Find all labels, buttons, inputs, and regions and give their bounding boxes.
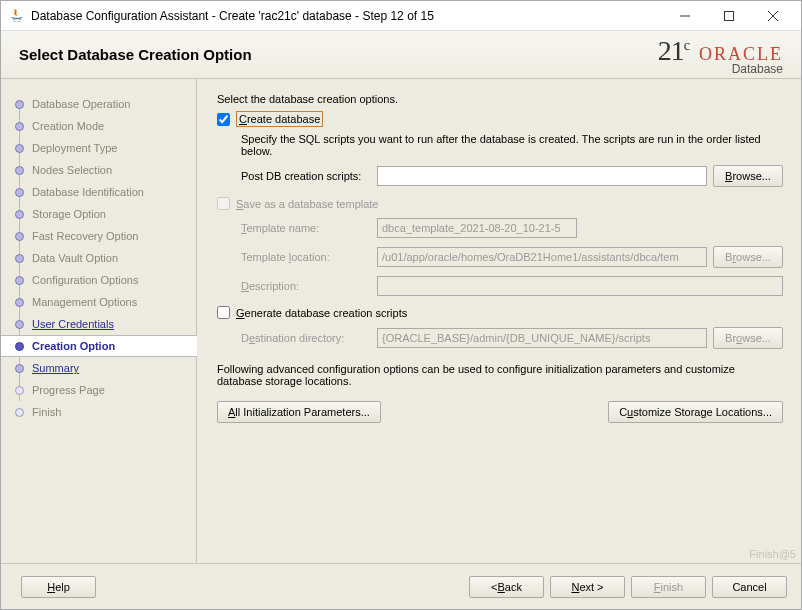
- generate-scripts-label: Generate database creation scripts: [236, 307, 407, 319]
- all-init-params-button[interactable]: All Initialization Parameters...: [217, 401, 381, 423]
- wizard-step-14: Finish: [1, 401, 196, 423]
- destination-directory-browse-button: Browse...: [713, 327, 783, 349]
- wizard-step-9: Management Options: [1, 291, 196, 313]
- wizard-footer: Help < Back Next > Finish Cancel: [1, 563, 801, 609]
- window-minimize-button[interactable]: [663, 2, 707, 30]
- wizard-step-3: Nodes Selection: [1, 159, 196, 181]
- wizard-step-node-icon: [15, 166, 24, 175]
- post-db-scripts-label: Post DB creation scripts:: [241, 170, 377, 182]
- wizard-step-node-icon: [15, 342, 24, 351]
- wizard-step-node-icon: [15, 408, 24, 417]
- create-database-label: Create database: [236, 111, 323, 127]
- section-intro: Select the database creation options.: [217, 93, 783, 105]
- wizard-step-6: Fast Recovery Option: [1, 225, 196, 247]
- window-titlebar: Database Configuration Assistant - Creat…: [1, 1, 801, 31]
- template-location-browse-button: Browse...: [713, 246, 783, 268]
- generate-scripts-checkbox[interactable]: [217, 306, 230, 319]
- help-button[interactable]: Help: [21, 576, 96, 598]
- wizard-step-label: Configuration Options: [32, 274, 138, 286]
- wizard-step-label: Database Identification: [32, 186, 144, 198]
- wizard-step-node-icon: [15, 298, 24, 307]
- window-title: Database Configuration Assistant - Creat…: [31, 9, 663, 23]
- wizard-step-node-icon: [15, 232, 24, 241]
- wizard-step-13: Progress Page: [1, 379, 196, 401]
- java-icon: [9, 8, 25, 24]
- wizard-step-node-icon: [15, 100, 24, 109]
- wizard-step-node-icon: [15, 122, 24, 131]
- finish-button: Finish: [631, 576, 706, 598]
- template-location-label: Template location:: [241, 251, 377, 263]
- post-db-scripts-browse-button[interactable]: Browse...: [713, 165, 783, 187]
- svg-rect-1: [725, 11, 734, 20]
- wizard-step-label: Storage Option: [32, 208, 106, 220]
- wizard-step-node-icon: [15, 386, 24, 395]
- template-description-label: Description:: [241, 280, 377, 292]
- destination-directory-input: [377, 328, 707, 348]
- wizard-step-label: Creation Mode: [32, 120, 104, 132]
- wizard-step-node-icon: [15, 144, 24, 153]
- wizard-step-label: Data Vault Option: [32, 252, 118, 264]
- generate-scripts-option[interactable]: Generate database creation scripts: [217, 306, 783, 319]
- template-name-input: [377, 218, 577, 238]
- wizard-step-10[interactable]: User Credentials: [1, 313, 196, 335]
- wizard-step-4: Database Identification: [1, 181, 196, 203]
- wizard-step-label: Management Options: [32, 296, 137, 308]
- wizard-step-1: Creation Mode: [1, 115, 196, 137]
- next-button[interactable]: Next >: [550, 576, 625, 598]
- post-db-scripts-input[interactable]: [377, 166, 707, 186]
- wizard-step-label: Database Operation: [32, 98, 130, 110]
- wizard-step-node-icon: [15, 276, 24, 285]
- wizard-step-12[interactable]: Summary: [1, 357, 196, 379]
- save-template-checkbox: [217, 197, 230, 210]
- wizard-step-node-icon: [15, 210, 24, 219]
- save-template-option: Save as a database template: [217, 197, 783, 210]
- wizard-step-node-icon: [15, 364, 24, 373]
- advanced-intro: Following advanced configuration options…: [217, 363, 783, 387]
- wizard-step-label: Finish: [32, 406, 61, 418]
- create-database-checkbox[interactable]: [217, 113, 230, 126]
- wizard-step-5: Storage Option: [1, 203, 196, 225]
- save-template-label: Save as a database template: [236, 198, 379, 210]
- wizard-step-node-icon: [15, 188, 24, 197]
- create-database-option[interactable]: Create database: [217, 111, 783, 127]
- wizard-step-label: Progress Page: [32, 384, 105, 396]
- create-database-desc: Specify the SQL scripts you want to run …: [241, 133, 783, 157]
- page-title: Select Database Creation Option: [19, 46, 658, 63]
- template-location-input: [377, 247, 707, 267]
- wizard-step-label: Deployment Type: [32, 142, 117, 154]
- main-content: Select the database creation options. Cr…: [197, 79, 801, 563]
- wizard-step-node-icon: [15, 254, 24, 263]
- template-description-input: [377, 276, 783, 296]
- customize-storage-button[interactable]: Customize Storage Locations...: [608, 401, 783, 423]
- wizard-step-2: Deployment Type: [1, 137, 196, 159]
- wizard-step-label: Creation Option: [32, 340, 115, 352]
- back-button[interactable]: < Back: [469, 576, 544, 598]
- wizard-steps-sidebar: Database OperationCreation ModeDeploymen…: [1, 79, 197, 563]
- wizard-step-node-icon: [15, 320, 24, 329]
- wizard-step-label: Summary: [32, 362, 79, 374]
- cancel-button[interactable]: Cancel: [712, 576, 787, 598]
- wizard-step-0: Database Operation: [1, 93, 196, 115]
- wizard-step-11[interactable]: Creation Option: [1, 335, 197, 357]
- template-name-label: Template name:: [241, 222, 377, 234]
- wizard-step-8: Configuration Options: [1, 269, 196, 291]
- destination-directory-label: Destination directory:: [241, 332, 377, 344]
- page-header: Select Database Creation Option 21c ORAC…: [1, 31, 801, 79]
- watermark: Finish@5: [749, 548, 796, 560]
- wizard-step-label: Nodes Selection: [32, 164, 112, 176]
- wizard-step-label: User Credentials: [32, 318, 114, 330]
- window-maximize-button[interactable]: [707, 2, 751, 30]
- wizard-step-7: Data Vault Option: [1, 247, 196, 269]
- window-close-button[interactable]: [751, 2, 795, 30]
- wizard-step-label: Fast Recovery Option: [32, 230, 138, 242]
- oracle-logo: 21c ORACLE Database: [658, 35, 783, 75]
